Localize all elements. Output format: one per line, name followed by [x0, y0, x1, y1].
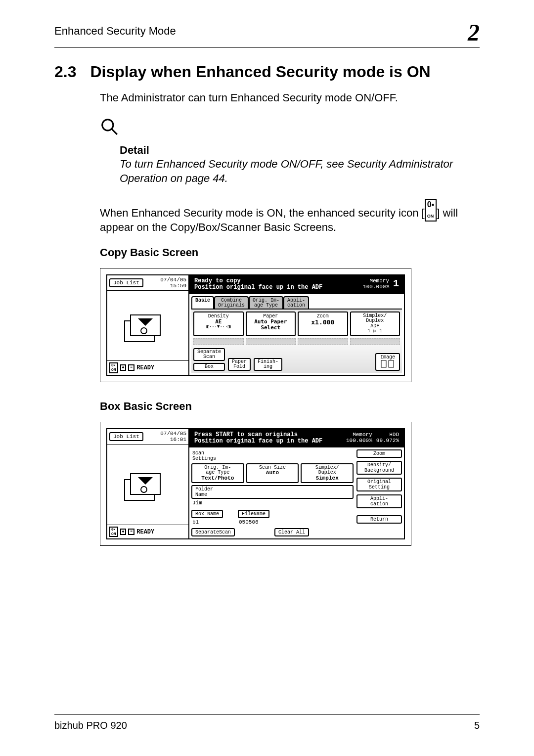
footer-product: bizhub PRO 920: [54, 720, 127, 731]
box-button[interactable]: Box: [193, 363, 225, 371]
hdd-label: HDD: [376, 432, 399, 438]
tab-application[interactable]: Appli-cation: [283, 296, 309, 309]
box-screen-heading: Box Basic Screen: [100, 400, 480, 413]
intro-text: The Administrator can turn Enhanced Secu…: [100, 91, 480, 105]
finishing-button[interactable]: Finish-ing: [254, 358, 282, 371]
memory-value: 100.000%: [363, 284, 389, 290]
status-line-2: Position original face up in the ADF: [194, 438, 339, 445]
box-name-value: b1: [191, 519, 223, 525]
file-name-button[interactable]: FileName: [238, 510, 269, 518]
status-icon: ≡: [128, 529, 134, 535]
copy-screen-figure: Job List 07/04/05 15:59 0▪ON ◆ ≡ READY: [100, 268, 411, 382]
date-display: 07/04/05: [160, 431, 186, 437]
status-line-1: Press START to scan originals: [194, 432, 339, 438]
job-list-button[interactable]: Job List: [109, 278, 143, 287]
density-panel[interactable]: Density AE ◧···▼···◨: [193, 311, 244, 336]
magnifier-icon: [100, 117, 119, 141]
status-icon: ◆: [120, 529, 127, 535]
detail-callout: Detail To turn Enhanced Security mode ON…: [54, 117, 480, 186]
ready-label: READY: [136, 364, 154, 371]
security-on-icon: 0▪ON: [109, 362, 118, 373]
duplex-panel[interactable]: Simplex/Duplex ADF 1 ▷ 1: [350, 311, 400, 336]
time-display: 15:59: [160, 283, 186, 289]
tab-orig-image-type[interactable]: Orig. Im-age Type: [249, 296, 283, 309]
status-icon: ◆: [120, 364, 127, 371]
folder-name-button[interactable]: FolderName: [191, 485, 354, 499]
section-number: 2.3: [54, 63, 76, 81]
svg-rect-6: [389, 360, 394, 367]
copy-count: 1: [393, 278, 399, 289]
memory-label: Memory: [363, 278, 389, 284]
tab-basic[interactable]: Basic: [191, 296, 214, 309]
box-name-button[interactable]: Box Name: [191, 510, 223, 518]
tab-combine-originals[interactable]: CombineOriginals: [214, 296, 249, 309]
separate-scan-button[interactable]: SeparateScan: [193, 348, 225, 361]
footer-page-number: 5: [474, 720, 480, 731]
icon-note: When Enhanced Security mode is ON, the e…: [100, 198, 480, 234]
paper-fold-button[interactable]: PaperFold: [228, 358, 251, 371]
job-list-button[interactable]: Job List: [109, 432, 143, 441]
clear-all-button[interactable]: Clear All: [274, 528, 309, 536]
hdd-value: 99.972%: [376, 438, 399, 444]
folder-name-value: Jim: [191, 500, 354, 506]
scan-settings-label: ScanSettings: [191, 449, 354, 463]
return-button[interactable]: Return: [356, 515, 402, 524]
detail-text: To turn Enhanced Security mode ON/OFF, s…: [120, 157, 480, 186]
time-display: 16:01: [160, 437, 186, 443]
file-name-value: 050506: [238, 519, 269, 525]
separate-scan-button[interactable]: SeparateScan: [191, 528, 235, 536]
image-preview-button[interactable]: Image: [375, 353, 400, 371]
orig-image-type-panel[interactable]: Orig. Im-age Type Text/Photo: [191, 463, 244, 484]
detail-label: Detail: [120, 144, 480, 157]
chapter-number: 2: [468, 21, 480, 44]
date-display: 07/04/05: [160, 277, 186, 283]
running-header: Enhanced Security Mode: [54, 25, 176, 38]
status-icon: ≡: [128, 364, 134, 371]
svg-line-1: [112, 129, 117, 134]
security-on-icon: 0▪ON: [109, 527, 118, 537]
scan-size-panel[interactable]: Scan Size Auto: [246, 463, 299, 484]
copy-screen-heading: Copy Basic Screen: [100, 246, 480, 259]
memory-label: Memory: [346, 432, 372, 438]
zoom-button[interactable]: Zoom: [356, 449, 402, 458]
ready-label: READY: [136, 529, 154, 535]
zoom-panel[interactable]: Zoom x1.000: [298, 311, 348, 336]
svg-rect-5: [381, 360, 386, 367]
preview-thumbnail: [107, 445, 188, 525]
duplex-panel[interactable]: Simplex/Duplex Simplex: [301, 463, 354, 484]
paper-panel[interactable]: Paper Auto PaperSelect: [246, 311, 296, 336]
application-button[interactable]: Appli-cation: [356, 494, 402, 508]
density-background-button[interactable]: Density/Background: [356, 461, 402, 475]
original-setting-button[interactable]: OriginalSetting: [356, 478, 402, 491]
status-line-2: Position original face up in the ADF: [194, 284, 356, 291]
security-on-icon: 0▪ON: [425, 199, 437, 222]
box-screen-figure: Job List 07/04/05 16:01 0▪ON ◆ ≡ READY: [100, 422, 411, 546]
preview-thumbnail: [107, 291, 188, 360]
memory-value: 100.000%: [346, 438, 372, 444]
section-title: Display when Enhanced Security mode is O…: [90, 63, 430, 81]
svg-point-0: [102, 119, 113, 130]
